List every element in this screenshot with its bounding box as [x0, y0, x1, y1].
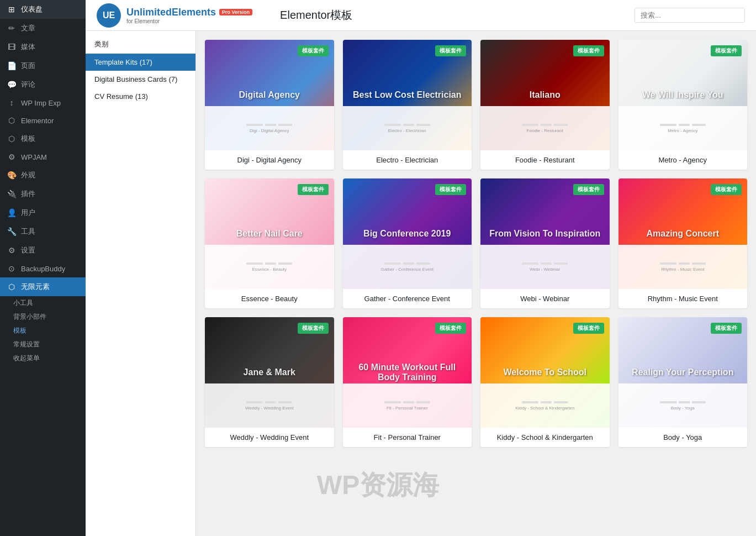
- logo-name: UnlimitedElements: [126, 7, 216, 18]
- logo-name-light: Unlimited: [126, 7, 172, 18]
- sidebar-label: 评论: [21, 80, 35, 90]
- sidebar-sub-general-settings[interactable]: 常规设置: [0, 338, 86, 351]
- plugins-icon: 🔌: [7, 190, 17, 198]
- sidebar-label: 外观: [21, 170, 35, 180]
- card-preview-strip-rhythm: Rhythm - Music Event: [618, 245, 748, 289]
- content-area: 类别 Template Kits (17)Digital Business Ca…: [86, 31, 756, 536]
- logo-name-bold: Elements: [172, 7, 216, 18]
- card-thumbnail-rhythm: 模板套件 Amazing Concert Rhythm - Music Even…: [618, 178, 748, 289]
- main-area: UE UnlimitedElements Pro Version for Ele…: [86, 0, 756, 536]
- card-preview-strip-gather: Gather - Conference Event: [343, 245, 472, 289]
- sidebar-item-tools[interactable]: 🔧工具: [0, 222, 86, 241]
- template-card-fit[interactable]: 模板套件 60 Minute Workout Full Body Trainin…: [343, 317, 472, 447]
- card-preview-strip-yoga: Body - Yoga: [618, 383, 748, 428]
- card-thumbnail-electro: 模板套件 Best Low Cost Electrician Electro -…: [343, 40, 472, 150]
- category-cv-resume[interactable]: CV Resume (13): [86, 88, 195, 105]
- card-badge-rhythm: 模板套件: [711, 184, 742, 195]
- sidebar-label: 无限元素: [21, 282, 50, 292]
- sidebar-sub-bg-widgets[interactable]: 背景小部件: [0, 310, 86, 324]
- sidebar-label: 工具: [21, 227, 35, 237]
- logo-text-block: UnlimitedElements Pro Version for Elemen…: [126, 7, 252, 24]
- template-card-weddly[interactable]: 模板套件 Jane & Mark Weddly - Wedding Event …: [205, 317, 334, 447]
- sidebar-item-plugins[interactable]: 🔌插件: [0, 185, 86, 203]
- card-preview-strip-metro: Metro - Agency: [618, 106, 748, 150]
- backupbuddy-icon: ⊙: [7, 264, 17, 273]
- sidebar-item-dashboard[interactable]: ⊞仪表盘: [0, 0, 86, 19]
- unlimited-icon: ⬡: [7, 282, 17, 291]
- card-badge-electro: 模板套件: [435, 45, 466, 56]
- card-label-essence: Essence - Beauty: [205, 289, 334, 308]
- sidebar-label: BackupBuddy: [21, 265, 65, 273]
- card-badge-kiddy: 模板套件: [573, 323, 604, 334]
- template-card-yoga[interactable]: 模板套件 Realign Your Perception Body - Yoga…: [618, 317, 748, 447]
- category-business-cards[interactable]: Digital Business Cards (7): [86, 71, 195, 88]
- template-card-foodie[interactable]: 模板套件 Italiano Foodie - Resturant Foodie …: [480, 40, 610, 170]
- template-card-gather[interactable]: 模板套件 Big Conference 2019 Gather - Confer…: [343, 178, 472, 308]
- templates-icon: ⬡: [7, 134, 17, 143]
- sidebar-item-appearance[interactable]: 🎨外观: [0, 166, 86, 185]
- sidebar-sub-widgets[interactable]: 小工具: [0, 296, 86, 310]
- sidebar-item-comments[interactable]: 💬评论: [0, 75, 86, 94]
- sidebar-item-templates[interactable]: ⬡模板: [0, 129, 86, 148]
- card-preview-strip-electro: Electro - Electrician: [343, 106, 472, 150]
- card-label-kiddy: Kiddy - School & Kindergarten: [480, 428, 610, 447]
- media-icon: 🎞: [7, 43, 17, 51]
- sidebar-item-users[interactable]: 👤用户: [0, 203, 86, 222]
- sidebar-item-settings[interactable]: ⚙设置: [0, 241, 86, 260]
- card-label-fit: Fit - Personal Trainer: [343, 428, 472, 447]
- sidebar-item-media[interactable]: 🎞媒体: [0, 38, 86, 56]
- card-label-yoga: Body - Yoga: [618, 428, 748, 447]
- sidebar-label: 媒体: [21, 42, 35, 52]
- users-icon: 👤: [7, 208, 17, 217]
- sidebar-item-backupbuddy[interactable]: ⊙BackupBuddy: [0, 260, 86, 277]
- template-card-digi[interactable]: 模板套件 Digital Agency Digi - Digital Agenc…: [205, 40, 334, 170]
- comments-icon: 💬: [7, 80, 17, 89]
- card-badge-digi: 模板套件: [298, 45, 329, 56]
- sidebar-label: WP Imp Exp: [21, 99, 61, 107]
- sidebar: ⊞仪表盘✏文章🎞媒体📄页面💬评论↕WP Imp Exp⬡Elementor⬡模板…: [0, 0, 86, 536]
- template-card-rhythm[interactable]: 模板套件 Amazing Concert Rhythm - Music Even…: [618, 178, 748, 308]
- card-badge-yoga: 模板套件: [711, 323, 742, 334]
- card-label-gather: Gather - Conference Event: [343, 289, 472, 308]
- sidebar-label: Elementor: [21, 117, 54, 125]
- search-input[interactable]: [635, 8, 745, 23]
- left-panel: 类别 Template Kits (17)Digital Business Ca…: [86, 31, 196, 536]
- sidebar-sub-tpl[interactable]: 模板: [0, 324, 86, 338]
- template-card-webi[interactable]: 模板套件 From Vision To Inspiration Webi - W…: [480, 178, 610, 308]
- card-preview-strip-weddly: Weddly - Wedding Event: [205, 383, 334, 428]
- sidebar-item-unlimited[interactable]: ⬡无限元素: [0, 277, 86, 296]
- logo-icon: UE: [97, 3, 121, 28]
- card-preview-strip-webi: Webi - Webinar: [480, 245, 610, 289]
- sidebar-label: 设置: [21, 245, 35, 255]
- sidebar-label: 文章: [21, 23, 35, 33]
- card-badge-fit: 模板套件: [435, 323, 466, 334]
- sidebar-item-posts[interactable]: ✏文章: [0, 19, 86, 38]
- template-card-kiddy[interactable]: 模板套件 Welcome To School Kiddy - School & …: [480, 317, 610, 447]
- template-card-essence[interactable]: 模板套件 Better Nail Care Essence - Beauty E…: [205, 178, 334, 308]
- category-template-kits[interactable]: Template Kits (17): [86, 54, 195, 71]
- sidebar-item-pages[interactable]: 📄页面: [0, 56, 86, 75]
- sidebar-label: WPJAM: [21, 153, 47, 161]
- card-thumbnail-fit: 模板套件 60 Minute Workout Full Body Trainin…: [343, 317, 472, 428]
- settings-icon: ⚙: [7, 246, 17, 255]
- card-label-metro: Metro - Agency: [618, 150, 748, 170]
- template-card-electro[interactable]: 模板套件 Best Low Cost Electrician Electro -…: [343, 40, 472, 170]
- sidebar-item-wpimpexp[interactable]: ↕WP Imp Exp: [0, 94, 86, 112]
- sidebar-item-elementor[interactable]: ⬡Elementor: [0, 112, 86, 129]
- template-grid: 模板套件 Digital Agency Digi - Digital Agenc…: [205, 40, 747, 447]
- logo-sub: for Elementor: [126, 18, 252, 24]
- sidebar-sub-collapse[interactable]: 收起菜单: [0, 351, 86, 365]
- card-thumbnail-foodie: 模板套件 Italiano Foodie - Resturant: [480, 40, 610, 150]
- header: UE UnlimitedElements Pro Version for Ele…: [86, 0, 756, 31]
- dashboard-icon: ⊞: [7, 5, 17, 14]
- card-preview-strip-fit: Fit - Personal Trainer: [343, 383, 472, 428]
- sidebar-label: 插件: [21, 189, 35, 199]
- sidebar-item-wpjam[interactable]: ⚙WPJAM: [0, 148, 86, 166]
- template-card-metro[interactable]: 模板套件 We Will Inspire You Metro - Agency …: [618, 40, 748, 170]
- card-label-electro: Electro - Electrician: [343, 150, 472, 170]
- card-thumbnail-metro: 模板套件 We Will Inspire You Metro - Agency: [618, 40, 748, 150]
- sidebar-label: 用户: [21, 208, 35, 218]
- card-preview-strip-essence: Essence - Beauty: [205, 245, 334, 289]
- card-label-foodie: Foodie - Resturant: [480, 150, 610, 170]
- card-label-webi: Webi - Webinar: [480, 289, 610, 308]
